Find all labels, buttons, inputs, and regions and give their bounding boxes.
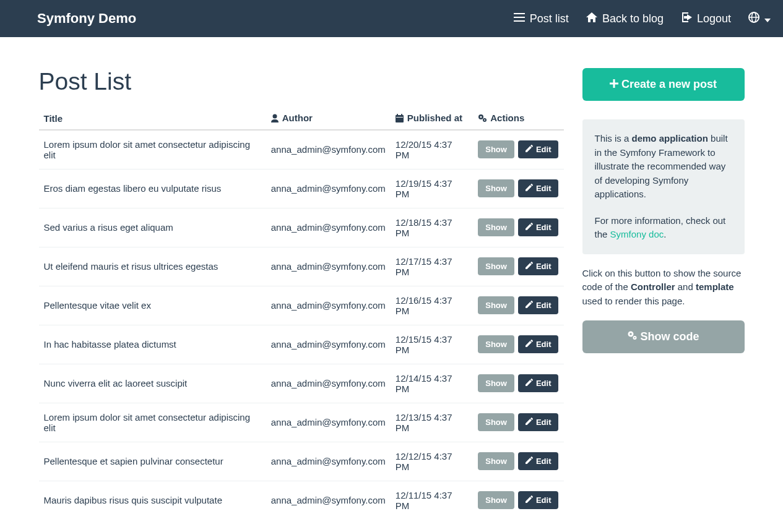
col-published: Published at: [391, 108, 473, 130]
pencil-icon: [526, 457, 533, 466]
show-button[interactable]: Show: [478, 296, 514, 314]
svg-rect-9: [397, 114, 398, 116]
table-row: Eros diam egestas libero eu vulputate ri…: [39, 169, 564, 208]
cell-published: 12/17/15 4:37 PM: [391, 247, 473, 286]
posts-table: Title Author Published at Actions Lorem …: [39, 108, 564, 520]
container: Post List Title Author Published at Acti…: [39, 37, 745, 532]
edit-button[interactable]: Edit: [518, 218, 559, 236]
cell-published: 12/14/15 4:37 PM: [391, 364, 473, 403]
show-code-button[interactable]: Show code: [582, 320, 745, 353]
show-button[interactable]: Show: [478, 491, 514, 509]
pencil-icon: [526, 223, 533, 232]
nav-logout[interactable]: Logout: [681, 12, 731, 25]
edit-button[interactable]: Edit: [518, 140, 559, 158]
svg-rect-10: [401, 114, 402, 116]
table-row: Lorem ipsum dolor sit amet consectetur a…: [39, 130, 564, 169]
cell-author: anna_admin@symfony.com: [266, 169, 391, 208]
pencil-icon: [526, 496, 533, 505]
pencil-icon: [526, 184, 533, 193]
pencil-icon: [526, 379, 533, 388]
info-well: This is a demo application built in the …: [582, 119, 745, 254]
list-icon: [514, 12, 525, 25]
cell-title: Pellentesque vitae velit ex: [39, 286, 266, 325]
svg-point-13: [480, 116, 482, 118]
edit-button[interactable]: Edit: [518, 335, 559, 353]
nav-items: Post list Back to blog Logout: [514, 12, 771, 26]
table-row: Mauris dapibus risus quis suscipit vulpu…: [39, 481, 564, 520]
show-button[interactable]: Show: [478, 257, 514, 275]
cell-author: anna_admin@symfony.com: [266, 364, 391, 403]
symfony-doc-link[interactable]: Symfony doc: [610, 229, 664, 239]
create-label: Create a new post: [621, 78, 717, 91]
edit-button[interactable]: Edit: [518, 452, 559, 470]
cell-title: Pellentesque et sapien pulvinar consecte…: [39, 442, 266, 481]
nav-label: Post list: [530, 12, 569, 25]
page-title: Post List: [39, 68, 564, 95]
cell-title: Eros diam egestas libero eu vulputate ri…: [39, 169, 266, 208]
edit-button[interactable]: Edit: [518, 491, 559, 509]
table-row: Ut eleifend mauris et risus ultrices ege…: [39, 247, 564, 286]
cell-published: 12/15/15 4:37 PM: [391, 325, 473, 364]
cell-published: 12/20/15 4:37 PM: [391, 130, 473, 169]
gears-icon: [627, 330, 637, 343]
cell-author: anna_admin@symfony.com: [266, 442, 391, 481]
pencil-icon: [526, 301, 533, 310]
cell-author: anna_admin@symfony.com: [266, 247, 391, 286]
cell-published: 12/13/15 4:37 PM: [391, 403, 473, 442]
svg-rect-0: [514, 13, 525, 14]
nav-back-to-blog[interactable]: Back to blog: [586, 12, 664, 25]
cell-published: 12/12/15 4:37 PM: [391, 442, 473, 481]
col-author: Author: [266, 108, 391, 130]
edit-button[interactable]: Edit: [518, 257, 559, 275]
edit-button[interactable]: Edit: [518, 374, 559, 392]
nav-brand[interactable]: Symfony Demo: [37, 11, 136, 27]
table-row: Pellentesque et sapien pulvinar consecte…: [39, 442, 564, 481]
cell-title: Sed varius a risus eget aliquam: [39, 208, 266, 247]
create-post-button[interactable]: Create a new post: [582, 68, 745, 101]
show-button[interactable]: Show: [478, 452, 514, 470]
cell-published: 12/18/15 4:37 PM: [391, 208, 473, 247]
show-button[interactable]: Show: [478, 218, 514, 236]
show-button[interactable]: Show: [478, 179, 514, 197]
show-button[interactable]: Show: [478, 374, 514, 392]
calendar-icon: [396, 114, 404, 124]
cell-published: 12/16/15 4:37 PM: [391, 286, 473, 325]
show-button[interactable]: Show: [478, 413, 514, 431]
edit-button[interactable]: Edit: [518, 179, 559, 197]
svg-point-7: [272, 114, 277, 118]
svg-rect-17: [610, 83, 618, 85]
nav-locale[interactable]: [748, 12, 771, 26]
pencil-icon: [526, 262, 533, 271]
edit-button[interactable]: Edit: [518, 413, 559, 431]
cell-author: anna_admin@symfony.com: [266, 481, 391, 520]
edit-button[interactable]: Edit: [518, 296, 559, 314]
show-button[interactable]: Show: [478, 335, 514, 353]
cell-title: Ut eleifend mauris et risus ultrices ege…: [39, 247, 266, 286]
col-title: Title: [39, 108, 266, 130]
home-icon: [586, 12, 597, 25]
logout-icon: [681, 12, 692, 25]
cell-actions: Show Edit: [473, 169, 563, 208]
svg-point-15: [484, 119, 485, 121]
cell-author: anna_admin@symfony.com: [266, 208, 391, 247]
show-button[interactable]: Show: [478, 140, 514, 158]
table-header-row: Title Author Published at Actions: [39, 108, 564, 130]
svg-rect-8: [396, 115, 404, 122]
table-row: Lorem ipsum dolor sit amet consectetur a…: [39, 403, 564, 442]
cell-title: Nunc viverra elit ac laoreet suscipit: [39, 364, 266, 403]
table-row: Nunc viverra elit ac laoreet suscipitann…: [39, 364, 564, 403]
nav-post-list[interactable]: Post list: [514, 12, 569, 25]
cell-author: anna_admin@symfony.com: [266, 403, 391, 442]
side-text: Click on this button to show the source …: [582, 267, 745, 309]
user-icon: [271, 114, 279, 124]
cell-published: 12/19/15 4:37 PM: [391, 169, 473, 208]
cell-actions: Show Edit: [473, 481, 563, 520]
cell-actions: Show Edit: [473, 364, 563, 403]
cell-title: Mauris dapibus risus quis suscipit vulpu…: [39, 481, 266, 520]
nav-label: Logout: [697, 12, 731, 25]
caret-down-icon: [764, 12, 771, 25]
pencil-icon: [526, 340, 533, 349]
col-actions: Actions: [473, 108, 563, 130]
cell-actions: Show Edit: [473, 130, 563, 169]
globe-icon: [748, 12, 759, 26]
